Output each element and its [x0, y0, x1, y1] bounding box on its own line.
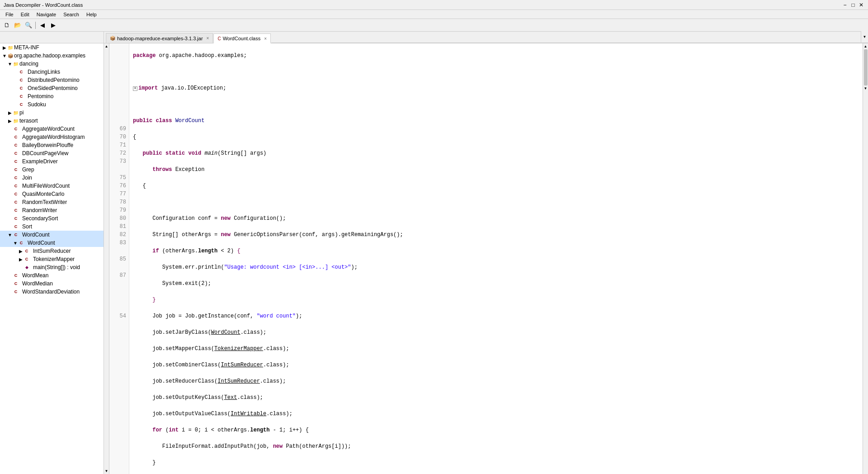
code-line-close-brace3: }: [133, 296, 859, 304]
menu-search[interactable]: Search: [60, 11, 83, 18]
label-word-mean: WordMean: [22, 272, 48, 279]
expand-terasort[interactable]: ▶: [7, 118, 13, 123]
sidebar-item-dist-pentomino[interactable]: C DistributedPentomino: [0, 76, 104, 84]
title-bar-controls: − □ ✕: [842, 2, 864, 8]
menu-file[interactable]: File: [2, 11, 17, 18]
class-tab-close[interactable]: ×: [264, 36, 267, 41]
toolbar-new-btn[interactable]: 🗋: [2, 20, 12, 30]
sidebar-item-dancing-links[interactable]: C DancingLinks: [0, 68, 104, 76]
label-word-count-inner: WordCount: [28, 240, 55, 246]
sidebar-item-random-text[interactable]: C RandomTextWriter: [0, 198, 104, 206]
label-word-count-folder: WordCount: [22, 232, 49, 238]
sidebar-item-dancing[interactable]: ▼ 📁 dancing: [0, 60, 104, 68]
label-int-sum: IntSumReducer: [33, 248, 71, 254]
close-button[interactable]: ✕: [858, 2, 864, 8]
tab-scroll-btn[interactable]: ▼: [861, 31, 868, 43]
sidebar-item-onesided[interactable]: C OneSidedPentomino: [0, 84, 104, 92]
menu-edit[interactable]: Edit: [17, 11, 33, 18]
sidebar-item-tokenizer-mapper[interactable]: ▶ C TokenizerMapper: [0, 255, 104, 263]
main-container: ▶ 📁 META-INF ▼ 📦 org.apache.hadoop.examp…: [0, 43, 868, 474]
sidebar-item-int-sum[interactable]: ▶ C IntSumReducer: [0, 247, 104, 255]
scroll-up-btn[interactable]: ▲: [105, 44, 108, 48]
sidebar-item-sort[interactable]: C Sort: [0, 223, 104, 231]
class-icon-word-count-inner: C: [18, 240, 24, 246]
sidebar-item-bailey[interactable]: C BaileyBorweinPlouffe: [0, 141, 104, 149]
sidebar-item-word-count-folder[interactable]: ▼ C WordCount: [0, 231, 104, 239]
class-icon-quasi-mc: C: [13, 191, 19, 197]
sidebar-item-word-median[interactable]: C WordMedian: [0, 280, 104, 288]
toolbar-forward-btn[interactable]: ▶: [48, 20, 58, 30]
expand-int-sum[interactable]: ▶: [18, 249, 24, 254]
label-meta-inf: META-INF: [14, 44, 39, 51]
label-word-stddev: WordStandardDeviation: [22, 289, 80, 295]
label-main-method: main(String[]) : void: [33, 264, 80, 270]
toolbar-search-btn[interactable]: 🔍: [24, 20, 33, 30]
code-area[interactable]: ▲ ▼ 69 70 71 72 73 75 76 77 78 79 80 81 …: [104, 43, 868, 474]
label-multifile-wc: MultiFileWordCount: [22, 183, 70, 189]
sidebar-item-join[interactable]: C Join: [0, 174, 104, 182]
label-dist-pentomino: DistributedPentomino: [28, 77, 80, 83]
sidebar-item-grep[interactable]: C Grep: [0, 166, 104, 174]
folder-icon-meta-inf: 📁: [7, 44, 14, 51]
toolbar-open-btn[interactable]: 📂: [13, 20, 23, 30]
sidebar-item-aggregate-wh[interactable]: C AggregateWordHistogram: [0, 133, 104, 141]
code-line-79: job.setReducerClass(IntSumReducer.class)…: [133, 377, 859, 385]
scroll-thumb[interactable]: [864, 49, 868, 85]
class-tab[interactable]: C WordCount.class ×: [213, 33, 271, 43]
minimize-button[interactable]: −: [842, 2, 848, 8]
class-icon-aggregate-wh: C: [13, 134, 19, 140]
jar-tab-close[interactable]: ×: [207, 36, 209, 41]
code-line-import-expand: +import java.io.IOException;: [133, 84, 859, 92]
sidebar-item-pi[interactable]: ▶ 📁 pi: [0, 109, 104, 117]
sidebar-item-word-mean[interactable]: C WordMean: [0, 271, 104, 280]
class-icon-word-median: C: [13, 280, 19, 287]
scroll-up-arrow[interactable]: ▲: [864, 44, 868, 48]
sidebar-item-meta-inf[interactable]: ▶ 📁 META-INF: [0, 43, 104, 52]
expand-dancing[interactable]: ▼: [7, 62, 13, 66]
code-line-83: FileInputFormat.addInputPath(job, new Pa…: [133, 442, 859, 450]
sidebar-item-word-stddev[interactable]: C WordStandardDeviation: [0, 288, 104, 296]
label-dancing: dancing: [19, 61, 38, 67]
sidebar-item-dbcount[interactable]: C DBCountPageView: [0, 149, 104, 157]
jar-tab-icon: 📦: [110, 36, 115, 41]
title-bar: Java Decompiler - WordCount.class − □ ✕: [0, 0, 868, 10]
expand-meta-inf[interactable]: ▶: [2, 45, 7, 50]
sidebar-item-aggregate-wc[interactable]: C AggregateWordCount: [0, 125, 104, 133]
sidebar-item-main-method[interactable]: ◆ main(String[]) : void: [0, 263, 104, 271]
maximize-button[interactable]: □: [850, 2, 856, 8]
label-aggregate-wh: AggregateWordHistogram: [22, 134, 85, 140]
sidebar-tab-area: [0, 32, 104, 43]
sidebar-item-org-apache[interactable]: ▼ 📦 org.apache.hadoop.examples: [0, 52, 104, 60]
folder-icon-terasort: 📁: [13, 118, 19, 124]
sidebar-item-random-writer[interactable]: C RandomWriter: [0, 206, 104, 214]
code-line-80: job.setOutputKeyClass(Text.class);: [133, 393, 859, 402]
sidebar-item-example-driver[interactable]: C ExampleDriver: [0, 157, 104, 166]
scroll-down-btn[interactable]: ▼: [105, 469, 108, 473]
menu-help[interactable]: Help: [83, 11, 100, 18]
expand-org-apache[interactable]: ▼: [2, 53, 7, 58]
expand-word-count[interactable]: ▼: [7, 232, 13, 237]
sidebar-item-word-count-class[interactable]: ▼ C WordCount: [0, 239, 104, 247]
menu-navigate[interactable]: Navigate: [33, 11, 60, 18]
class-icon-multifile-wc: C: [13, 183, 19, 189]
expand-pi[interactable]: ▶: [7, 110, 13, 115]
class-icon-sudoku: C: [18, 101, 24, 108]
sidebar-item-quasi-mc[interactable]: C QuasiMonteCarlo: [0, 190, 104, 198]
jar-tab[interactable]: 📦 hadoop-mapreduce-examples-3.1.3.jar ×: [106, 33, 213, 43]
code-line-empty3: [133, 198, 859, 206]
label-example-driver: ExampleDriver: [22, 158, 58, 165]
code-content[interactable]: package org.apache.hadoop.examples; +imp…: [129, 43, 863, 474]
toolbar-back-btn[interactable]: ◀: [38, 20, 47, 30]
class-icon-tokenizer-mapper: C: [24, 256, 30, 262]
right-scrollbar[interactable]: ▲ ▼: [863, 43, 868, 474]
sidebar-item-sudoku[interactable]: C Sudoku: [0, 100, 104, 109]
expand-word-count-class[interactable]: ▼: [13, 241, 18, 246]
sidebar-item-secondary-sort[interactable]: C SecondarySort: [0, 214, 104, 223]
code-line-69: Configuration conf = new Configuration()…: [133, 214, 859, 223]
expand-tokenizer-mapper[interactable]: ▶: [18, 257, 24, 262]
sidebar-item-terasort[interactable]: ▶ 📁 terasort: [0, 117, 104, 125]
class-icon-bailey: C: [13, 142, 19, 148]
sidebar-item-pentomino[interactable]: C Pentomino: [0, 92, 104, 100]
scroll-down-arrow[interactable]: ▼: [864, 86, 868, 90]
sidebar-item-multifile-wc[interactable]: C MultiFileWordCount: [0, 182, 104, 190]
